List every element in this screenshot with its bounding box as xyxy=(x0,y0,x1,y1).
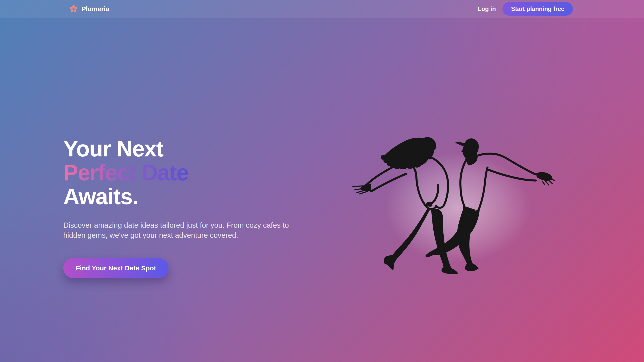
header-actions: Log in Start planning free xyxy=(478,2,573,16)
hero-copy: Your Next Perfect Date Awaits. Discover … xyxy=(63,137,309,278)
hero-title-line2: Perfect Date xyxy=(63,161,188,185)
start-planning-button[interactable]: Start planning free xyxy=(502,2,573,16)
brand-logo[interactable]: Plumeria xyxy=(69,5,109,13)
plumeria-flower-icon xyxy=(69,5,78,13)
hero-title: Your Next Perfect Date Awaits. xyxy=(63,137,309,209)
hero-title-line1: Your Next xyxy=(63,136,163,161)
hero-title-line3: Awaits. xyxy=(63,184,138,209)
find-date-spot-button[interactable]: Find Your Next Date Spot xyxy=(63,258,168,278)
dancing-couple-illustration xyxy=(349,134,561,279)
hero-subtitle: Discover amazing date ideas tailored jus… xyxy=(63,220,305,240)
top-nav-bar: Plumeria Log in Start planning free xyxy=(0,0,644,18)
login-link[interactable]: Log in xyxy=(478,5,496,12)
dancing-couple-svg xyxy=(349,134,561,279)
brand-name: Plumeria xyxy=(82,5,109,13)
